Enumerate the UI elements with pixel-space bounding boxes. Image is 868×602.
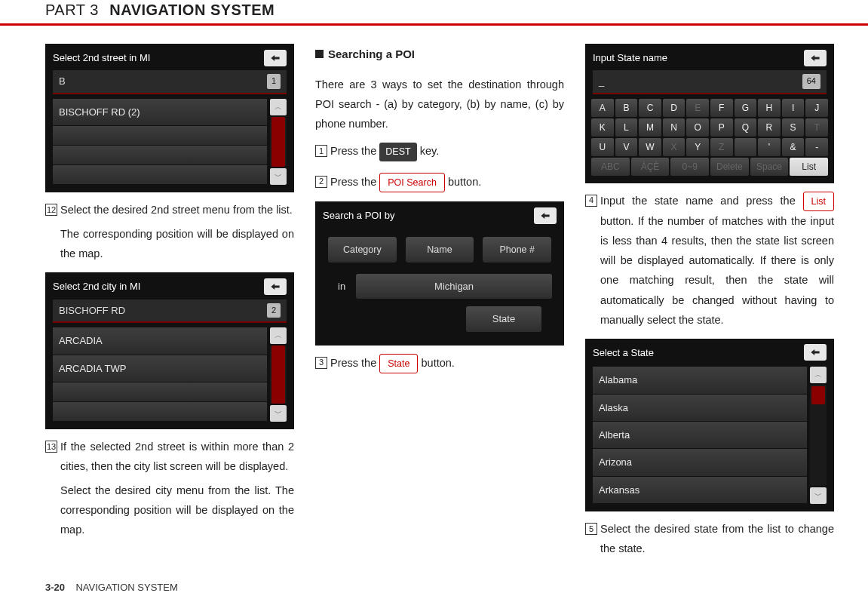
intro-text: There are 3 ways to set the destination … [315,75,564,134]
list-item[interactable]: BISCHOFF RD (2) [53,99,267,126]
kbd-key[interactable]: U [591,138,614,156]
kbd-key[interactable]: Z [710,138,733,156]
section-title: Searching a POI [328,44,415,64]
screenshot-search-poi: Search a POI by Category Name Phone # in… [315,201,564,346]
kbd-key[interactable]: K [591,118,614,137]
search-input[interactable]: _ 64 [593,70,827,94]
state-button[interactable]: State [466,306,541,331]
list-item[interactable]: Alberta [593,422,807,449]
scrollbar[interactable]: ︿ ﹀ [270,327,287,422]
kbd-key[interactable]: L [615,118,638,137]
step-text: button. If the number of matches with th… [600,215,834,325]
kbd-key[interactable]: J [805,99,828,117]
back-button[interactable] [534,207,557,224]
screenshot-select-2nd-street: Select 2nd street in MI B 1 BISCHOFF RD … [45,44,294,192]
kbd-key[interactable]: 0~9 [670,158,709,176]
kbd-key[interactable]: N [663,118,686,137]
kbd-key[interactable]: Y [686,138,709,156]
step-number-4: 4 [585,195,597,207]
part-label: PART 3 [45,2,99,18]
step-number-2: 2 [315,176,327,188]
kbd-key[interactable]: X [663,138,686,156]
screen-title: Select a State [593,344,654,361]
column-left: Select 2nd street in MI B 1 BISCHOFF RD … [45,44,294,563]
kbd-key[interactable]: I [782,99,805,117]
back-button[interactable] [264,50,287,66]
kbd-key[interactable]: R [758,118,781,137]
screen-title: Select 2nd city in MI [53,278,140,295]
kbd-key[interactable]: W [639,138,661,156]
kbd-key[interactable]: ABC [591,158,630,176]
kbd-key[interactable]: B [615,99,638,117]
search-input[interactable]: BISCHOFF RD 2 [53,299,287,323]
scrollbar[interactable]: ︿ ﹀ [270,99,287,185]
back-button[interactable] [264,278,287,295]
kbd-key[interactable]: M [639,118,661,137]
screenshot-select-state: Select a State Alabama Alaska Alberta Ar… [585,339,834,511]
list-item[interactable]: Alaska [593,395,807,422]
scrollbar[interactable]: ︿ ﹀ [810,367,827,504]
list-item[interactable]: Arkansas [593,477,807,504]
kbd-key[interactable]: & [782,138,805,156]
screen-title: Input State name [593,49,667,66]
kbd-key[interactable]: Delete [710,158,749,176]
page-number: 3-20 [45,582,65,593]
kbd-key[interactable]: H [758,99,781,117]
search-input[interactable]: B 1 [53,70,287,94]
kbd-key[interactable]: Q [735,118,757,137]
back-button[interactable] [804,344,827,361]
kbd-key[interactable]: E [686,99,709,117]
poi-search-chip: POI Search [379,173,445,193]
list-item[interactable]: Arizona [593,449,807,476]
list-item[interactable]: Alabama [593,367,807,394]
step-text: Press the [330,176,379,188]
square-marker-icon [315,50,324,58]
column-middle: Searching a POI There are 3 ways to set … [315,44,564,563]
kbd-key[interactable]: G [735,99,757,117]
list-item [53,146,267,165]
kbd-key[interactable] [735,138,757,156]
section-heading: Searching a POI [315,44,564,64]
kbd-key[interactable]: Space [750,158,789,176]
kbd-key[interactable]: O [686,118,709,137]
scroll-up-icon[interactable]: ︿ [270,327,287,344]
screen-title: Select 2nd street in MI [53,49,150,66]
kbd-key[interactable]: P [710,118,733,137]
scroll-up-icon[interactable]: ︿ [270,99,287,115]
list-item[interactable]: ARCADIA [53,327,267,355]
kbd-key[interactable]: ÀÇÈ [631,158,670,176]
kbd-key[interactable]: S [782,118,805,137]
input-text: B [59,72,66,90]
kbd-key[interactable]: - [805,138,828,156]
in-label: in [338,278,345,295]
result-count: 64 [802,74,820,89]
result-count: 1 [267,74,281,89]
step-text: key. [420,145,440,157]
step-text: button. [422,357,455,369]
poi-category-button[interactable]: Category [327,236,397,264]
kbd-key[interactable]: D [663,99,686,117]
list-item [53,402,267,422]
kbd-key[interactable]: F [710,99,733,117]
scroll-down-icon[interactable]: ﹀ [270,405,287,422]
scroll-down-icon[interactable]: ﹀ [810,487,827,504]
kbd-key[interactable]: T [805,118,828,137]
poi-name-button[interactable]: Name [405,236,475,264]
list-item [53,165,267,185]
screen-title: Search a POI by [323,207,394,224]
input-text: BISCHOFF RD [59,302,125,319]
step-text: If the selected 2nd street is within mor… [60,437,294,476]
kbd-list-button[interactable]: List [790,158,828,176]
input-text: _ [599,72,604,90]
scroll-down-icon[interactable]: ﹀ [270,168,287,185]
back-button[interactable] [804,50,827,66]
kbd-key[interactable]: ' [758,138,781,156]
step-text: Input the state name and press the [600,195,803,207]
kbd-key[interactable]: V [615,138,638,156]
column-right: Input State name _ 64 ABCDEFGHIJKLMNOPQR… [585,44,834,563]
kbd-key[interactable]: A [591,99,614,117]
list-item[interactable]: ARCADIA TWP [53,355,267,382]
kbd-key[interactable]: C [639,99,661,117]
scroll-up-icon[interactable]: ︿ [810,367,827,383]
poi-phone-button[interactable]: Phone # [482,236,552,264]
